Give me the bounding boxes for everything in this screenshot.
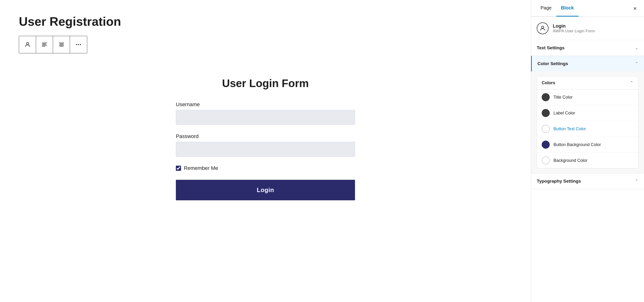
password-group: Password	[176, 133, 355, 157]
color-settings-chevron: ⌃	[635, 61, 638, 66]
tab-page[interactable]: Page	[536, 0, 556, 17]
text-settings-section: Text Settings ⌄	[531, 40, 644, 56]
label-color-label: Label Color	[554, 111, 575, 116]
block-toolbar	[19, 36, 87, 53]
color-settings-section: Color Settings ⌃ Colors ⌃ Title Color La…	[531, 56, 644, 173]
more-options-button[interactable]	[70, 36, 87, 53]
colors-subsection-header[interactable]: Colors ⌃	[537, 77, 638, 89]
label-color-swatch	[542, 109, 550, 117]
button-bg-color-swatch	[542, 141, 550, 149]
text-settings-chevron: ⌄	[635, 45, 638, 51]
password-input[interactable]	[176, 142, 355, 157]
main-content: User Registration	[0, 0, 531, 302]
close-button[interactable]: ×	[631, 4, 639, 13]
username-input[interactable]	[176, 110, 355, 125]
tab-block[interactable]: Block	[556, 0, 578, 17]
typography-settings-section: Typography Settings ⌃	[531, 173, 644, 189]
block-info: Login AWPA User Login Form	[531, 17, 644, 40]
remember-me-group: Remember Me	[176, 165, 355, 171]
svg-point-9	[76, 44, 77, 45]
bg-color-label: Background Color	[554, 158, 588, 163]
title-color-swatch	[542, 93, 550, 101]
colors-subsection: Colors ⌃ Title Color Label Color Button …	[537, 76, 638, 168]
remember-me-checkbox[interactable]	[176, 166, 181, 171]
color-settings-header[interactable]: Color Settings ⌃	[531, 56, 644, 72]
label-color-item[interactable]: Label Color	[537, 105, 638, 121]
password-label: Password	[176, 133, 355, 139]
align-center-button[interactable]	[53, 36, 70, 53]
tabs-row: Page Block ×	[531, 0, 644, 17]
colors-subsection-title: Colors	[542, 81, 555, 85]
text-settings-header[interactable]: Text Settings ⌄	[531, 40, 644, 56]
login-button[interactable]: Login	[176, 180, 355, 200]
button-text-color-label: Button Text Color	[554, 126, 586, 131]
svg-point-0	[26, 43, 28, 45]
typography-settings-header[interactable]: Typography Settings ⌃	[531, 173, 644, 189]
block-info-text: Login AWPA User Login Form	[553, 23, 595, 34]
sidebar: Page Block × Login AWPA User Login Form …	[531, 0, 644, 302]
svg-point-11	[80, 44, 81, 45]
svg-point-12	[542, 26, 544, 28]
typography-settings-chevron: ⌃	[635, 179, 638, 184]
title-color-label: Title Color	[554, 95, 572, 100]
colors-chevron: ⌃	[630, 80, 634, 85]
button-text-color-swatch	[542, 125, 550, 133]
form-container: User Login Form Username Password Rememb…	[176, 68, 355, 210]
color-settings-title: Color Settings	[538, 61, 568, 66]
color-settings-content: Colors ⌃ Title Color Label Color Button …	[531, 72, 644, 173]
button-text-color-item[interactable]: Button Text Color	[537, 121, 638, 137]
button-bg-color-label: Button Background Color	[554, 142, 601, 147]
bg-color-item[interactable]: Background Color	[537, 153, 638, 168]
username-label: Username	[176, 101, 355, 108]
typography-settings-title: Typography Settings	[537, 179, 581, 184]
align-left-button[interactable]	[36, 36, 53, 53]
form-title: User Login Form	[176, 77, 355, 90]
page-title: User Registration	[19, 14, 512, 29]
button-bg-color-item[interactable]: Button Background Color	[537, 137, 638, 153]
username-group: Username	[176, 101, 355, 125]
svg-point-10	[78, 44, 79, 45]
bg-color-swatch	[542, 156, 550, 164]
title-color-item[interactable]: Title Color	[537, 89, 638, 105]
block-icon	[537, 23, 548, 34]
block-name: Login	[553, 23, 595, 29]
block-description: AWPA User Login Form	[553, 29, 595, 34]
user-icon-button[interactable]	[19, 36, 36, 53]
text-settings-title: Text Settings	[537, 45, 564, 51]
sidebar-tabs: Page Block	[531, 0, 583, 17]
remember-me-label: Remember Me	[184, 165, 218, 171]
